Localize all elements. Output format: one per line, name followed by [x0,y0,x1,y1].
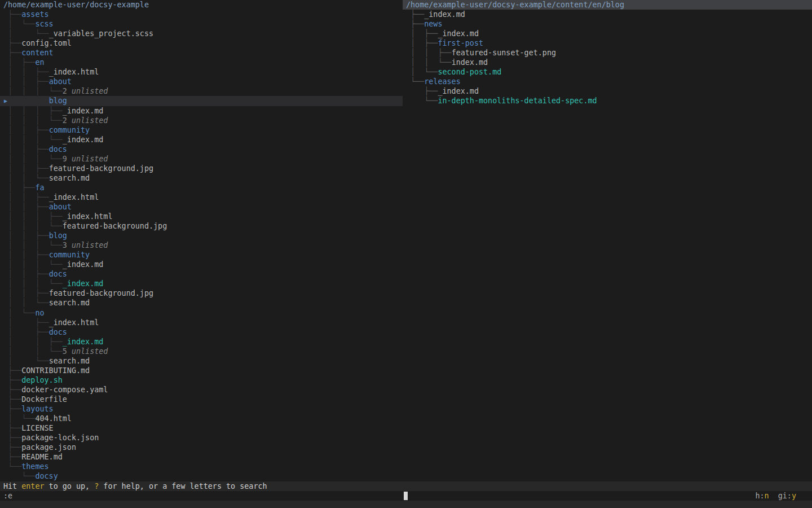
tree-row[interactable]: │ │ ├──community [0,125,403,135]
tree-row[interactable]: │ └──404.html [0,414,403,423]
tree-row[interactable]: │ ├──_index.html [0,318,403,327]
tree-row[interactable]: │ │ │ └──featured-background.jpg [0,221,403,231]
tree-connector: │ │ │ ├── [3,212,63,221]
tree-row[interactable]: │ │ ├──docs [0,144,403,154]
tree-row[interactable]: │ │ ├──blog [0,231,403,240]
tree-row[interactable]: │ └──scss [0,19,403,29]
tree-row[interactable]: ├──CONTRIBUTING.md [0,366,403,375]
file-label: _index.md [438,87,479,95]
tree-row[interactable]: │ │ │ └──3 unlisted [0,240,403,250]
tree-row[interactable]: ├──package.json [0,443,403,452]
tree-connector: ├── [3,395,21,404]
tree-row[interactable]: ├──LICENSE [0,423,403,433]
tree-connector: │ │ │ └── [3,116,63,125]
tree-row[interactable]: │ │ ├──_index.html [0,67,403,77]
tree-connector: ├── [406,10,424,19]
tree-connector: │ │ └── [3,347,63,356]
tree-row[interactable]: ├──news [403,19,812,29]
tree-connector: │ │ ├── [3,68,49,76]
file-label: _index.md [424,10,465,19]
directory-label: news [424,20,442,28]
text-segment: h: [755,492,764,500]
tree-connector: │ │ │ └── [3,87,63,95]
tree-row[interactable]: ├──package-lock.json [0,433,403,443]
tree-row[interactable]: │ ├──fa [0,183,403,192]
tree-row[interactable]: └──themes [0,462,403,471]
tree-row[interactable]: ├──layouts [0,404,403,414]
file-label: _index.md [63,135,104,144]
tree-connector: │ │ └── [406,58,452,67]
tree-connector: │ │ └── [3,299,49,307]
tree-connector: │ │ ├── [3,77,49,86]
tree-connector: │ ├── [3,328,49,336]
tree-row[interactable]: ├──Dockerfile [0,395,403,404]
tree-row[interactable]: │ │ │ └──2 unlisted [0,116,403,125]
tree-row[interactable]: │ └──search.md [0,356,403,366]
tree-row[interactable]: └──docsy [0,471,403,481]
tree-row[interactable]: │ ├──en [0,58,403,67]
tree-row[interactable]: ├──deploy.sh [0,375,403,385]
tree-row[interactable]: │ │ ├──featured-sunset-get.png [403,48,812,58]
tree-connector: │ └── [3,414,35,423]
tree-row[interactable]: ├──config.toml [0,38,403,48]
tree-connector: │ │ ├── [406,49,452,57]
directory-label: docs [49,270,67,278]
tree-row[interactable]: │ │ │ ├──_index.html [0,212,403,221]
tree-row[interactable]: │ │ ├──_index.md [0,337,403,347]
tree-row[interactable]: └──in-depth-monoliths-detailed-spec.md [403,96,812,106]
tree-row[interactable]: │ │ │ └──2 unlisted [0,86,403,96]
tree-row[interactable]: │ │ └──index.md [403,58,812,67]
tree-row[interactable]: ├──_index.md [403,86,812,96]
tree-row[interactable]: │ │ ├──featured-background.jpg [0,164,403,173]
tree-connector: │ │ │ └── [3,222,63,230]
tree-row[interactable]: │ │ ├──docs [0,269,403,279]
selection-arrow-icon: ▶ [4,96,7,106]
file-label: 404.html [35,414,72,423]
tree-row[interactable]: │ │ │ ├──_index.md [0,106,403,116]
tree-row[interactable]: │ └──second-post.md [403,67,812,77]
tree-connector: │ │ │ └── [3,155,63,163]
file-label: search.md [49,174,90,182]
tree-connector: │ │ ├── [3,145,49,154]
text-segment: Hit [3,482,21,491]
tree-row[interactable]: ├──_index.md [403,10,812,19]
tree-connector: └── [3,472,35,480]
tree-row[interactable]: │ │ ├──about [0,202,403,212]
tree-row[interactable]: │ │ ├──community [0,250,403,260]
file-label: _index.md [63,338,104,346]
tree-row[interactable]: ├──content [0,48,403,58]
tree-row[interactable]: │ ├──docs [0,327,403,337]
directory-label: fa [35,183,44,192]
tree-row[interactable]: │ │ └──5 unlisted [0,347,403,356]
file-label: search.md [49,299,90,307]
tree-connector: ├── [3,49,21,57]
tree-connector: │ │ │ ├── [3,107,63,115]
command-input-row[interactable]: :e h:n gi:y [0,491,812,501]
tree-row[interactable]: └──releases [403,77,812,86]
directory-label: no [35,309,44,317]
tree-row[interactable]: │ │ │ └──_index.md [0,260,403,269]
tree-row[interactable]: │ │ │ └──9 unlisted [0,154,403,164]
tree-row[interactable]: │ │ └──search.md [0,173,403,183]
tree-row[interactable]: │ │ ├──featured-background.jpg [0,288,403,298]
tree-connector: │ │ ├── [3,270,49,278]
directory-label: docsy [35,472,58,480]
tree-row[interactable]: │ └──_variables_project.scss [0,29,403,38]
tree-row[interactable]: │ │ └──search.md [0,298,403,308]
tree-row[interactable]: │ │ ├──about [0,77,403,86]
tree-row[interactable]: │ ├──first-post [403,38,812,48]
tree-row[interactable]: │ │ │ └──_index.md [0,135,403,144]
directory-label: content [21,49,53,57]
file-label: _index.html [49,318,99,327]
text-segment: enter [21,482,44,491]
tree-row[interactable]: │ └──no [0,308,403,318]
tree-row[interactable]: ▶ │ │ ├──blog [0,96,403,106]
tree-row[interactable]: │ ├──_index.md [403,29,812,38]
tree-row[interactable]: ├──docker-compose.yaml [0,385,403,395]
tree-row[interactable]: │ │ ├──_index.html [0,192,403,202]
tree-row[interactable]: ├──assets [0,10,403,19]
file-label: _index.md [63,279,104,288]
tree-row[interactable]: ├──README.md [0,452,403,462]
tree-row[interactable]: │ │ │ └──_index.md [0,279,403,288]
command-input-left[interactable]: :e [0,491,12,501]
